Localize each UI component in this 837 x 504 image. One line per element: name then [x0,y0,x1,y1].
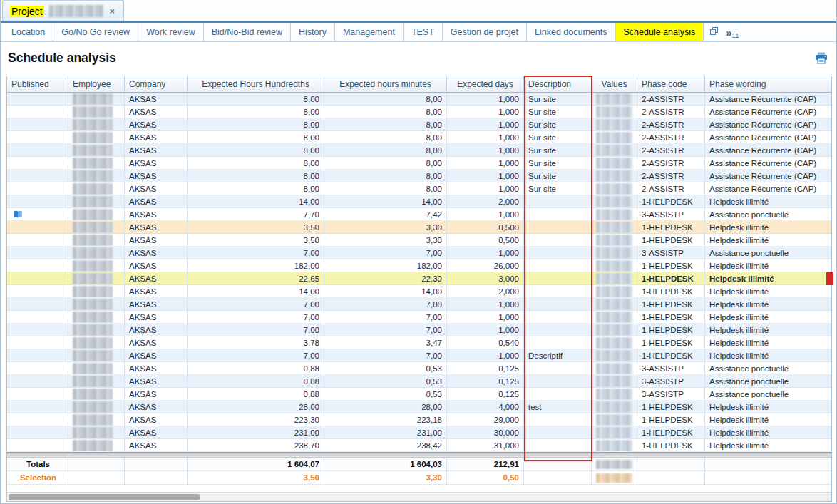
col-header-phase-code[interactable]: Phase code [637,76,705,92]
expected-days-cell: 0,500 [447,234,524,246]
employee-redacted-value [73,299,113,310]
table-row[interactable]: AKSAS7,707,421,0003-ASSISTPAssistance po… [7,208,831,221]
col-header-expected-days[interactable]: Expected days [447,76,524,92]
table-row[interactable]: AKSAS8,008,001,000Sur site2-ASSISTRAssis… [7,157,831,170]
detach-view-icon[interactable] [709,26,719,38]
tab-location[interactable]: Location [4,23,53,41]
table-row[interactable]: AKSAS3,503,300,5001-HELPDESKHelpdesk ill… [7,234,831,247]
expected-days-cell: 1,000 [447,93,524,105]
table-row[interactable]: AKSAS8,008,001,000Sur site2-ASSISTRAssis… [7,118,831,131]
table-row[interactable]: AKSAS28,0028,004,000test1-HELPDESKHelpde… [7,401,831,413]
col-header-phase-wording[interactable]: Phase wording [705,76,831,92]
expected-days-cell: 2,000 [447,195,524,207]
table-row[interactable]: AKSAS8,008,001,000Sur site2-ASSISTRAssis… [7,170,831,182]
tab-bid-no-bid-review[interactable]: Bid/No-Bid review [204,23,291,41]
table-row[interactable]: AKSAS3,783,470,5401-HELPDESKHelpdesk ill… [7,336,831,349]
table-row[interactable]: AKSAS14,0014,002,0001-HELPDESKHelpdesk i… [7,285,831,298]
tab-linked-documents[interactable]: Linked documents [527,23,615,41]
published-cell [7,439,68,451]
expected-hours-hundredths-cell: 231,00 [188,426,324,438]
employee-cell [68,247,125,259]
col-header-published[interactable]: Published [7,76,68,92]
description-cell [524,311,592,323]
totals-expected-hours-hundredths: 1 604,07 [188,458,324,470]
phase-code-cell: 1-HELPDESK [637,413,705,426]
expected-hours-hundredths-cell: 28,00 [188,401,324,413]
table-row[interactable]: AKSAS8,008,001,000Sur site2-ASSISTRAssis… [7,93,831,106]
values-cell [592,106,637,118]
tab-go-no-go-review[interactable]: Go/No Go review [53,23,138,41]
tab-schedule-analysis[interactable]: Schedule analysis [616,23,704,41]
description-cell: Sur site [524,157,592,169]
tab-work-review[interactable]: Work review [138,23,204,41]
published-cell [7,413,68,426]
phase-wording-cell: Assistance Récurrente (CAP) [705,93,831,105]
company-cell: AKSAS [125,401,188,413]
table-row[interactable]: AKSAS182,00182,0026,0001-HELPDESKHelpdes… [7,259,831,272]
values-redacted-value [596,145,632,156]
table-row[interactable]: AKSAS8,008,001,000Sur site2-ASSISTRAssis… [7,131,831,144]
table-row[interactable]: AKSAS14,0014,002,0001-HELPDESKHelpdesk i… [7,195,831,208]
table-row[interactable]: AKSAS7,007,001,0003-ASSISTPAssistance po… [7,247,831,259]
employee-redacted-value [73,363,113,374]
employee-cell [68,208,125,220]
table-row[interactable]: AKSAS0,880,530,1253-ASSISTPAssistance po… [7,388,831,401]
employee-redacted-value [73,260,113,272]
table-row[interactable]: AKSAS8,008,001,000Sur site2-ASSISTRAssis… [7,144,831,157]
col-header-expected-hours-minutes[interactable]: Expected hours minutes [324,76,447,92]
company-cell: AKSAS [125,336,188,349]
table-row[interactable]: AKSAS7,007,001,0001-HELPDESKHelpdesk ill… [7,311,831,324]
table-filler [7,485,831,492]
phase-code-cell: 2-ASSISTR [637,182,705,195]
totals-label: Totals [7,458,68,470]
values-redacted-value [596,427,632,438]
table-row[interactable]: AKSAS7,007,001,0001-HELPDESKHelpdesk ill… [7,298,831,311]
published-cell [7,311,68,323]
table-row[interactable]: AKSAS238,70238,4231,0001-HELPDESKHelpdes… [7,439,831,452]
col-header-employee[interactable]: Employee [68,76,125,92]
expected-hours-minutes-cell: 223,18 [324,413,447,426]
horizontal-scrollbar-thumb[interactable] [9,494,200,500]
print-icon[interactable] [815,52,828,67]
phase-code-cell: 3-ASSISTP [637,362,705,374]
phase-wording-cell: Helpdesk illimité [705,272,831,284]
table-row[interactable]: AKSAS7,007,001,0001-HELPDESKHelpdesk ill… [7,324,831,336]
values-redacted-value [596,183,632,195]
table-row[interactable]: AKSAS231,00231,0030,0001-HELPDESKHelpdes… [7,426,831,439]
company-cell: AKSAS [125,157,188,169]
table-row[interactable]: AKSAS0,880,530,1253-ASSISTPAssistance po… [7,375,831,388]
description-cell [524,362,592,374]
table-row[interactable]: AKSAS3,503,300,5001-HELPDESKHelpdesk ill… [7,221,831,234]
tab-test[interactable]: TEST [404,23,443,41]
values-cell [592,413,637,426]
employee-redacted-value [73,337,113,349]
col-header-values[interactable]: Values [592,76,637,92]
expected-days-cell: 1,000 [447,131,524,143]
tab-history[interactable]: History [291,23,335,41]
table-row[interactable]: AKSAS7,007,001,000Descriptif1-HELPDESKHe… [7,349,831,362]
close-icon[interactable]: × [108,6,117,16]
col-header-description[interactable]: Description [524,76,592,92]
tab-gestion-de-projet[interactable]: Gestion de projet [443,23,527,41]
values-cell [592,401,637,413]
col-header-expected-hours-hundredths[interactable]: Expected Hours Hundredths [188,76,324,92]
expected-days-cell: 1,000 [447,349,524,361]
tab-overflow-chevron[interactable]: » 11 [726,27,739,38]
table-row[interactable]: AKSAS223,30223,1829,0001-HELPDESKHelpdes… [7,413,831,426]
tab-management[interactable]: Management [335,23,404,41]
phase-code-cell: 1-HELPDESK [637,439,705,451]
table-row[interactable]: AKSAS8,008,001,000Sur site2-ASSISTRAssis… [7,182,831,195]
horizontal-scrollbar[interactable] [7,492,831,501]
description-cell [524,439,592,451]
table-row[interactable]: AKSAS8,008,001,000Sur site2-ASSISTRAssis… [7,106,831,118]
phase-wording-cell: Helpdesk illimité [705,439,831,451]
employee-redacted-value [73,324,113,336]
expected-hours-minutes-cell: 7,00 [324,247,447,259]
project-document-tab[interactable]: Project × [2,0,124,21]
expected-days-cell: 1,000 [447,208,524,220]
table-row[interactable]: AKSAS0,880,530,1253-ASSISTPAssistance po… [7,362,831,375]
col-header-company[interactable]: Company [125,76,188,92]
table-row[interactable]: AKSAS22,6522,393,0001-HELPDESKHelpdesk i… [7,272,831,285]
values-redacted-value [596,286,632,297]
employee-cell [68,195,125,207]
